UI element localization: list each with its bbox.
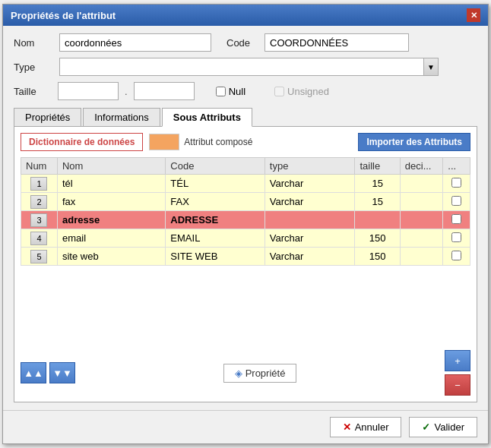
col-header-num: Num — [21, 158, 58, 175]
composed-swatch — [149, 134, 179, 150]
null-wrap: Null — [216, 86, 246, 97]
composed-label: Attribut composé — [184, 137, 252, 147]
tab-toolbar: Dictionnaire de données Attribut composé… — [21, 133, 470, 151]
row-code: TÉL — [166, 175, 265, 193]
row-taille: 150 — [355, 248, 400, 266]
code-label: Code — [226, 37, 257, 49]
type-select-arrow[interactable]: ▼ — [423, 58, 439, 76]
taille-input2[interactable] — [134, 82, 195, 100]
row-check-cell — [443, 193, 470, 211]
table-row[interactable]: 2faxFAXVarchar15 — [21, 193, 470, 211]
dot-separator: . — [125, 86, 128, 97]
tab-proprietes[interactable]: Propriétés — [14, 108, 81, 126]
tab-informations[interactable]: Informations — [83, 108, 160, 126]
row-code: ADRESSE — [166, 211, 265, 229]
type-row: Type ▼ — [14, 58, 477, 76]
unsigned-label: Unsigned — [287, 86, 329, 97]
table-row[interactable]: 4emailEMAILVarchar150 — [21, 229, 470, 248]
del-icon: − — [455, 380, 461, 391]
row-check-cell — [443, 248, 470, 266]
row-taille: 15 — [355, 175, 400, 193]
row-checkbox[interactable] — [451, 251, 461, 260]
row-checkbox[interactable] — [451, 232, 461, 242]
row-num-btn[interactable]: 4 — [30, 232, 47, 245]
attributes-table: Num Nom Code type taille deci... ... 1té… — [21, 157, 470, 266]
row-deci — [400, 229, 443, 248]
type-label: Type — [14, 62, 52, 73]
taille-input1[interactable] — [58, 82, 119, 100]
dialog-body: Nom Code Type ▼ Taille . Null — [3, 26, 488, 410]
row-code: FAX — [166, 193, 265, 211]
unsigned-checkbox[interactable] — [274, 87, 284, 96]
dialog-title: Propriétés de l'attribut — [11, 10, 116, 21]
row-type: Varchar — [265, 248, 355, 266]
row-nom: site web — [57, 248, 165, 266]
propriete-button[interactable]: ◈ Propriété — [223, 364, 297, 383]
row-type: Varchar — [265, 175, 355, 193]
col-header-deci: deci... — [400, 158, 443, 175]
row-type: Varchar — [265, 229, 355, 248]
import-button[interactable]: Importer des Attributs — [358, 133, 470, 151]
row-check-cell — [443, 175, 470, 193]
move-down-button[interactable]: ▼▼ — [49, 362, 75, 383]
col-header-taille: taille — [355, 158, 400, 175]
dialog: Propriétés de l'attribut ✕ Nom Code Type… — [2, 4, 489, 444]
type-select[interactable] — [59, 58, 424, 76]
null-checkbox[interactable] — [216, 87, 226, 96]
row-deci — [400, 193, 443, 211]
row-num-btn[interactable]: 2 — [30, 195, 47, 209]
row-taille: 15 — [355, 193, 400, 211]
row-deci — [400, 248, 443, 266]
table-row[interactable]: 3adresseADRESSE — [21, 211, 470, 229]
row-type: Varchar — [265, 193, 355, 211]
unsigned-wrap: Unsigned — [274, 86, 329, 97]
nav-group: ▲▲ ▼▼ — [21, 362, 75, 383]
annuler-label: Annuler — [355, 421, 389, 433]
nom-code-row: Nom Code — [14, 33, 477, 52]
composed-area: Attribut composé — [149, 134, 252, 150]
dialog-footer: ✕ Annuler ✓ Valider — [3, 410, 488, 443]
row-deci — [400, 211, 443, 229]
row-type — [265, 211, 355, 229]
row-nom: fax — [57, 193, 165, 211]
valider-button[interactable]: ✓ Valider — [409, 417, 477, 437]
close-button[interactable]: ✕ — [467, 8, 480, 22]
dict-button[interactable]: Dictionnaire de données — [21, 133, 143, 151]
nom-label: Nom — [14, 37, 52, 49]
bottom-toolbar: ▲▲ ▼▼ ◈ Propriété + — [21, 350, 470, 396]
tab-sous-attributs[interactable]: Sous Attributs — [162, 108, 252, 127]
tabs-row: Propriétés Informations Sous Attributs — [14, 108, 477, 127]
row-nom: adresse — [57, 211, 165, 229]
prop-icon: ◈ — [235, 368, 242, 379]
row-checkbox[interactable] — [451, 178, 461, 188]
col-header-nom: Nom — [57, 158, 165, 175]
down-icon: ▼▼ — [52, 368, 72, 379]
code-input[interactable] — [265, 33, 409, 52]
table-row[interactable]: 1télTÉLVarchar15 — [21, 175, 470, 193]
annuler-button[interactable]: ✕ Annuler — [330, 417, 402, 437]
row-checkbox[interactable] — [451, 214, 461, 224]
valider-icon: ✓ — [422, 421, 430, 433]
row-num-btn[interactable]: 3 — [30, 213, 47, 227]
col-header-type: type — [265, 158, 355, 175]
row-num-btn[interactable]: 5 — [30, 250, 47, 263]
prop-label: Propriété — [246, 368, 286, 379]
type-select-wrap: ▼ — [59, 58, 477, 76]
row-check-cell — [443, 211, 470, 229]
move-up-button[interactable]: ▲▲ — [21, 362, 46, 383]
row-taille: 150 — [355, 229, 400, 248]
add-icon: + — [455, 355, 461, 367]
delete-button[interactable]: − — [445, 374, 470, 396]
row-nom: tél — [57, 175, 165, 193]
row-code: EMAIL — [166, 229, 265, 248]
row-check-cell — [443, 229, 470, 248]
null-label: Null — [229, 86, 246, 97]
add-button[interactable]: + — [445, 350, 470, 371]
up-icon: ▲▲ — [24, 368, 43, 379]
tab-content: Dictionnaire de données Attribut composé… — [14, 127, 477, 402]
row-num-btn[interactable]: 1 — [30, 177, 47, 191]
nom-input[interactable] — [59, 33, 211, 52]
row-checkbox[interactable] — [451, 196, 461, 206]
table-row[interactable]: 5site webSITE WEBVarchar150 — [21, 248, 470, 266]
col-header-code: Code — [166, 158, 265, 175]
